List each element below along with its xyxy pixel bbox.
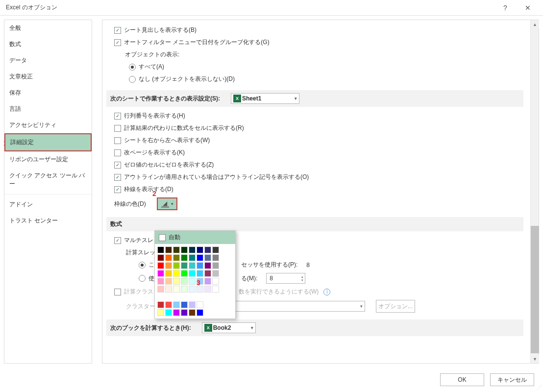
color-swatch[interactable] [165, 254, 172, 261]
color-swatch[interactable] [212, 254, 219, 261]
color-swatch[interactable] [181, 270, 188, 277]
color-swatch[interactable] [189, 262, 196, 269]
color-swatch[interactable] [173, 262, 180, 269]
color-swatch[interactable] [189, 246, 196, 253]
color-swatch[interactable] [165, 246, 172, 253]
color-swatch[interactable] [204, 262, 211, 269]
close-button[interactable]: ✕ [517, 0, 539, 16]
scroll-up-button[interactable]: ▲ [531, 20, 539, 28]
vertical-scrollbar[interactable]: ▲ ▼ [530, 20, 539, 363]
sidebar-item-data[interactable]: データ [4, 52, 92, 69]
color-swatch[interactable] [212, 278, 219, 285]
color-swatch[interactable] [181, 309, 188, 316]
color-swatch[interactable] [189, 309, 196, 316]
checkbox-multithread[interactable] [114, 237, 121, 244]
color-swatch[interactable] [212, 262, 219, 269]
help-button[interactable]: ? [494, 0, 517, 16]
color-swatch[interactable] [212, 270, 219, 277]
color-swatch[interactable] [157, 309, 164, 316]
sidebar-item-accessibility[interactable]: アクセシビリティ [4, 117, 92, 133]
cancel-button[interactable]: キャンセル [490, 373, 534, 386]
color-swatch[interactable] [165, 270, 172, 277]
color-swatch[interactable] [157, 278, 164, 285]
color-swatch[interactable] [181, 262, 188, 269]
color-swatch[interactable] [204, 278, 211, 285]
color-swatch[interactable] [165, 278, 172, 285]
dropdown-sheet-select[interactable]: X Sheet1 [231, 93, 299, 104]
sidebar-item-trust[interactable]: トラスト センター [4, 213, 92, 229]
sidebar-item-general[interactable]: 全般 [4, 20, 92, 36]
color-swatch[interactable] [173, 254, 180, 261]
checkbox-autofilter-dates[interactable] [114, 39, 121, 46]
color-swatch[interactable] [173, 286, 180, 293]
color-swatch[interactable] [157, 270, 164, 277]
sidebar-item-formulas[interactable]: 数式 [4, 36, 92, 52]
sidebar-item-proofing[interactable]: 文章校正 [4, 69, 92, 85]
radio-objects-none[interactable] [129, 76, 136, 83]
color-swatch[interactable] [212, 286, 219, 293]
color-swatch[interactable] [197, 270, 203, 277]
color-swatch[interactable] [204, 254, 211, 261]
gridline-color-button[interactable]: ◢ ▾ [157, 197, 177, 210]
sidebar-item-advanced[interactable]: 詳細設定 [4, 133, 92, 151]
color-swatch[interactable] [165, 309, 172, 316]
dropdown-workbook-select[interactable]: X Book2 [202, 322, 256, 333]
ok-button[interactable]: OK [440, 373, 484, 386]
sidebar-item-ribbon[interactable]: リボンのユーザー設定 [4, 151, 92, 168]
checkbox-outline-symbols[interactable] [114, 174, 121, 181]
checkbox-sheet-tabs[interactable] [114, 27, 121, 34]
color-swatch[interactable] [204, 270, 211, 277]
color-swatch[interactable] [181, 301, 188, 308]
checkbox-rtl[interactable] [114, 137, 121, 144]
color-swatch[interactable] [197, 309, 203, 316]
color-swatch[interactable] [189, 270, 196, 277]
color-swatch[interactable] [165, 286, 172, 293]
sidebar-item-language[interactable]: 言語 [4, 101, 92, 117]
color-swatch[interactable] [189, 301, 196, 308]
color-automatic-option[interactable]: 自動 [155, 231, 235, 244]
color-swatch[interactable] [157, 301, 164, 308]
checkbox-show-formulas[interactable] [114, 125, 121, 132]
checkbox-zero-values[interactable] [114, 162, 121, 169]
color-swatch[interactable] [173, 309, 180, 316]
color-swatch[interactable] [204, 246, 211, 253]
info-icon[interactable]: i [323, 289, 330, 295]
color-swatch[interactable] [165, 301, 172, 308]
color-swatch[interactable] [181, 246, 188, 253]
spinner-thread-count[interactable]: 8 [266, 273, 305, 284]
color-swatch[interactable] [189, 286, 196, 293]
color-swatch[interactable] [189, 278, 196, 285]
color-swatch[interactable] [197, 301, 203, 308]
color-swatch[interactable] [189, 254, 196, 261]
color-swatch[interactable] [197, 262, 203, 269]
sidebar-item-addins[interactable]: アドイン [4, 196, 92, 213]
color-swatch[interactable] [165, 262, 172, 269]
color-swatch[interactable] [173, 246, 180, 253]
color-swatch[interactable] [157, 254, 164, 261]
checkbox-rowcol-headers[interactable] [114, 113, 121, 120]
color-swatch[interactable] [197, 246, 203, 253]
color-swatch[interactable] [197, 254, 203, 261]
color-swatch[interactable] [173, 278, 180, 285]
color-swatch[interactable] [181, 286, 188, 293]
color-swatch[interactable] [157, 262, 164, 269]
sidebar-item-save[interactable]: 保存 [4, 85, 92, 101]
radio-manual-threads[interactable] [139, 275, 146, 282]
checkbox-gridlines[interactable] [114, 186, 121, 193]
color-swatch[interactable] [173, 270, 180, 277]
color-swatch[interactable] [181, 254, 188, 261]
color-swatch[interactable] [181, 278, 188, 285]
color-swatch[interactable] [212, 246, 219, 253]
color-swatch[interactable] [157, 246, 164, 253]
color-swatch[interactable] [204, 286, 211, 293]
checkbox-page-breaks[interactable] [114, 149, 121, 156]
color-swatch[interactable] [157, 286, 164, 293]
color-swatch[interactable] [197, 286, 203, 293]
scroll-thumb[interactable] [531, 226, 539, 353]
sidebar-item-qat[interactable]: クイック アクセス ツール バー [4, 168, 92, 192]
radio-objects-all[interactable] [129, 64, 136, 71]
resize-grip-icon[interactable]: ⋰ [537, 385, 542, 391]
color-swatch[interactable] [173, 301, 180, 308]
scroll-down-button[interactable]: ▼ [531, 355, 539, 363]
radio-all-processors[interactable] [139, 262, 146, 269]
